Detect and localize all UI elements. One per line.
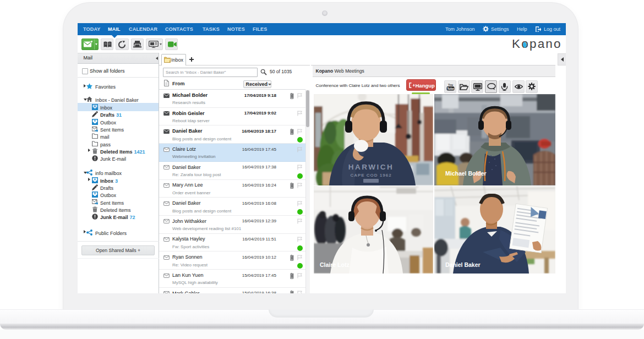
svg-text:You: You	[447, 83, 452, 86]
svg-text:CAPE COD 1962: CAPE COD 1962	[350, 173, 391, 178]
svg-text:Claire Lotz: Claire Lotz	[320, 261, 350, 268]
svg-text:HARWICH: HARWICH	[348, 163, 394, 171]
svg-text:Michael Bolder: Michael Bolder	[445, 170, 487, 177]
svg-text:Tube: Tube	[447, 87, 454, 90]
svg-text:Daniel Baker: Daniel Baker	[445, 261, 481, 268]
